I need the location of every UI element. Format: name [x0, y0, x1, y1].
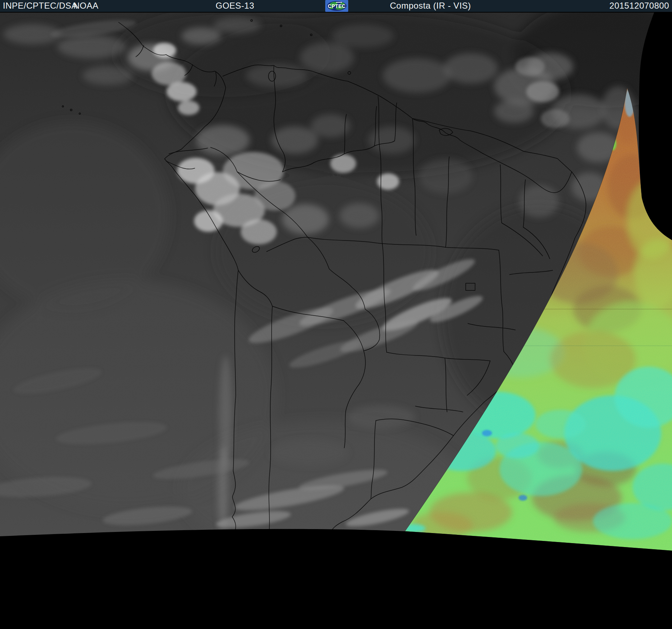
cptec-logo-text: CPTEC [328, 3, 346, 9]
satellite-composite-image [0, 0, 672, 629]
noaa-label: NOAA [73, 0, 98, 12]
agency-label: INPE/CPTEC/DSA [3, 0, 77, 12]
screenshot-root: INPE/CPTEC/DSA NOAA GOES-13 Composta (IR… [0, 0, 672, 629]
satellite-label: GOES-13 [216, 0, 254, 12]
cptec-logo-t-bar [336, 2, 342, 3]
cptec-logo: CPTEC [325, 0, 348, 12]
product-label: Composta (IR - VIS) [390, 0, 471, 12]
timestamp-label: 201512070800 [609, 0, 669, 12]
space-mask-bottom [0, 529, 672, 629]
